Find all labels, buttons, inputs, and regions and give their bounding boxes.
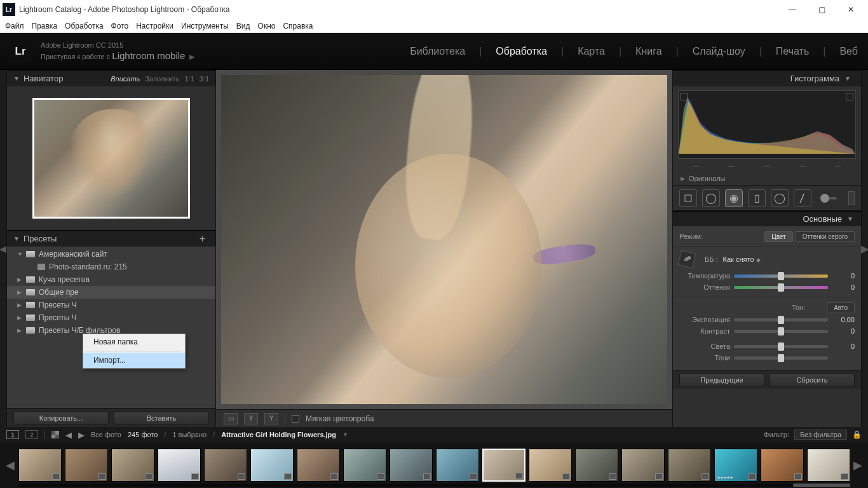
- nav-back-icon[interactable]: ◀: [65, 430, 72, 440]
- loupe-view-icon[interactable]: ▭: [224, 413, 238, 424]
- window-close[interactable]: ✕: [836, 0, 865, 19]
- navigator-header[interactable]: ▼ Навигатор ВписатьЗаполнить1:13:1: [7, 70, 215, 86]
- thumb-12[interactable]: [575, 449, 618, 482]
- treatment-color[interactable]: Цвет: [764, 231, 792, 242]
- filmstrip-scroll-right[interactable]: ▶: [853, 458, 863, 472]
- menu-правка[interactable]: Правка: [32, 22, 58, 30]
- originals-row[interactable]: ▶Оригиналы: [673, 172, 861, 186]
- thumb-3[interactable]: [158, 449, 201, 482]
- thumb-15[interactable]: ★★★★★: [714, 449, 757, 482]
- histogram[interactable]: [678, 90, 856, 159]
- basic-header[interactable]: Основные▼: [673, 211, 861, 226]
- grid-view-icon[interactable]: [51, 431, 59, 438]
- filmstrip-scrollbar[interactable]: [18, 484, 850, 487]
- menu-фото[interactable]: Фото: [111, 22, 129, 30]
- brand-line2[interactable]: Приступая к работе с Lightroom mobile ▶: [41, 50, 194, 62]
- tone-auto-button[interactable]: Авто: [827, 302, 855, 313]
- copy-button[interactable]: Копировать...: [13, 411, 109, 424]
- softproof-checkbox[interactable]: [292, 415, 299, 423]
- histogram-header[interactable]: Гистограмма ▼: [673, 70, 861, 86]
- preset-item-4[interactable]: ▶Пресеты Ч: [7, 299, 215, 311]
- redeye-tool-icon[interactable]: ◉: [725, 189, 743, 207]
- menu-файл[interactable]: Файл: [5, 22, 24, 30]
- tool-slider[interactable]: [820, 197, 837, 200]
- nav-zoom-Заполнить[interactable]: Заполнить: [145, 75, 179, 83]
- presets-header[interactable]: ▼ Пресеты +: [7, 230, 215, 247]
- navigator-preview[interactable]: [7, 86, 215, 230]
- temperature-value[interactable]: 0: [832, 272, 855, 280]
- module-1[interactable]: Обработка: [494, 43, 548, 60]
- thumb-7[interactable]: [343, 449, 386, 482]
- tint-slider[interactable]: [734, 286, 828, 289]
- thumb-0[interactable]: [18, 449, 62, 482]
- thumb-1[interactable]: [65, 449, 108, 482]
- nav-fwd-icon[interactable]: ▶: [78, 430, 85, 440]
- preset-item-5[interactable]: ▶Пресеты Ч: [7, 311, 215, 324]
- add-preset-icon[interactable]: +: [200, 233, 205, 245]
- radial-tool-icon[interactable]: ◯: [771, 189, 789, 207]
- exposure-value[interactable]: 0,00: [832, 316, 855, 323]
- before-after-y-icon[interactable]: Y: [244, 413, 258, 424]
- menu-вид[interactable]: Вид: [236, 22, 250, 30]
- highlights-value[interactable]: 0: [832, 342, 855, 350]
- thumb-13[interactable]: [621, 449, 665, 482]
- panel-switch[interactable]: [848, 191, 855, 205]
- module-3[interactable]: Книга: [634, 43, 663, 60]
- contrast-slider[interactable]: [734, 330, 828, 333]
- thumb-9[interactable]: [436, 449, 479, 482]
- tint-value[interactable]: 0: [832, 283, 855, 291]
- secondary-display-icon[interactable]: 2: [25, 430, 38, 439]
- eyedropper-icon[interactable]: ✎: [677, 250, 696, 268]
- treatment-gray[interactable]: Оттенки серого: [796, 231, 855, 242]
- preset-item-3[interactable]: ▶Общие пре: [7, 286, 215, 299]
- canvas-area[interactable]: [216, 70, 672, 409]
- ctx-item-1[interactable]: Импорт...: [83, 353, 185, 368]
- module-5[interactable]: Печать: [775, 43, 810, 60]
- window-maximize[interactable]: ▢: [807, 0, 836, 19]
- preset-item-2[interactable]: ▶Куча пресетов: [7, 273, 215, 286]
- preset-item-1[interactable]: Photo-standard.ru: 215: [7, 261, 215, 273]
- thumb-14[interactable]: [668, 449, 711, 482]
- thumb-11[interactable]: [529, 449, 572, 482]
- nav-zoom-3:1[interactable]: 3:1: [200, 75, 209, 83]
- left-panel-collapse[interactable]: ◀: [0, 70, 6, 427]
- brush-tool-icon[interactable]: 〳: [794, 189, 811, 207]
- shadows-slider[interactable]: [734, 356, 828, 360]
- thumb-2[interactable]: [111, 449, 154, 482]
- module-4[interactable]: Слайд-шоу: [691, 43, 747, 60]
- preset-item-0[interactable]: ▼Американский сайт: [7, 248, 215, 261]
- thumb-6[interactable]: [297, 449, 340, 482]
- menu-инструменты[interactable]: Инструменты: [181, 22, 229, 30]
- module-2[interactable]: Карта: [576, 43, 606, 60]
- gradient-tool-icon[interactable]: ▯: [748, 189, 766, 207]
- exposure-slider[interactable]: [734, 318, 828, 322]
- menu-справка[interactable]: Справка: [283, 22, 313, 30]
- paste-button[interactable]: Вставить: [114, 411, 209, 424]
- filter-lock-icon[interactable]: 🔒: [852, 430, 862, 439]
- filter-dropdown[interactable]: Без фильтра: [794, 430, 847, 440]
- module-6[interactable]: Веб: [838, 43, 859, 60]
- menu-окно[interactable]: Окно: [258, 22, 276, 30]
- thumb-16[interactable]: [761, 449, 804, 482]
- nav-zoom-1:1[interactable]: 1:1: [184, 75, 194, 83]
- menu-обработка[interactable]: Обработка: [65, 22, 104, 30]
- right-panel-collapse[interactable]: ▶: [862, 70, 868, 427]
- menu-настройки[interactable]: Настройки: [136, 22, 173, 30]
- nav-zoom-Вписать[interactable]: Вписать: [111, 75, 140, 83]
- thumb-4[interactable]: [204, 449, 247, 482]
- primary-display-icon[interactable]: 1: [6, 430, 19, 439]
- reset-button[interactable]: Сбросить: [770, 373, 855, 386]
- module-0[interactable]: Библиотека: [409, 43, 466, 60]
- before-after-yy-icon[interactable]: Y: [264, 413, 278, 424]
- thumb-8[interactable]: [390, 449, 433, 482]
- spot-tool-icon[interactable]: ◯: [702, 189, 720, 207]
- window-minimize[interactable]: —: [778, 0, 807, 19]
- previous-button[interactable]: Предыдущие: [679, 373, 764, 386]
- filmstrip-scroll-left[interactable]: ◀: [5, 458, 15, 472]
- thumb-5[interactable]: [250, 449, 294, 482]
- temperature-slider[interactable]: [734, 274, 828, 278]
- crop-tool-icon[interactable]: [679, 189, 697, 207]
- contrast-value[interactable]: 0: [832, 327, 855, 335]
- wb-dropdown[interactable]: Как снято◆: [723, 255, 761, 263]
- source-label[interactable]: Все фото: [91, 431, 121, 438]
